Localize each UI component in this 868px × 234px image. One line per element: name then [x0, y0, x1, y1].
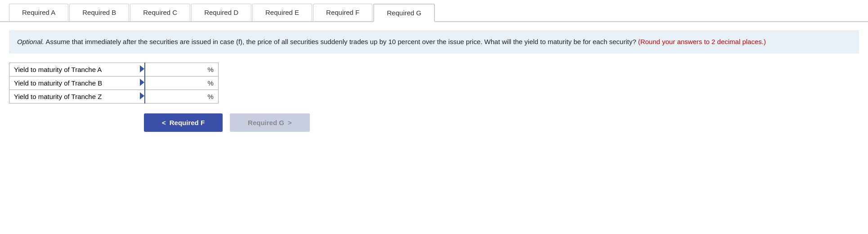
arrow-cell-1 — [140, 76, 145, 90]
tab-req-a[interactable]: Required A — [9, 4, 68, 21]
prev-chevron-icon: < — [162, 119, 166, 126]
arrow-icon-0 — [140, 65, 144, 72]
table-row: Yield to maturity of Tranche A% — [9, 63, 219, 76]
tab-req-b[interactable]: Required B — [69, 4, 129, 21]
instruction-main: Assume that immediately after the securi… — [44, 38, 636, 45]
input-field-2[interactable] — [145, 90, 203, 103]
next-button-label: Required G — [248, 119, 284, 126]
tab-req-g[interactable]: Required G — [373, 4, 435, 22]
prev-button-label: Required F — [170, 119, 205, 126]
tab-req-d[interactable]: Required D — [191, 4, 251, 21]
percent-label-0: % — [203, 63, 219, 76]
tab-req-e[interactable]: Required E — [252, 4, 312, 21]
tabs-row: Required ARequired BRequired CRequired D… — [0, 0, 868, 22]
tab-req-c[interactable]: Required C — [130, 4, 190, 21]
instruction-box: Optional. Assume that immediately after … — [9, 30, 859, 54]
optional-label: Optional. — [17, 38, 44, 45]
next-button[interactable]: Required G > — [230, 113, 310, 132]
row-label-0: Yield to maturity of Tranche A — [9, 63, 140, 76]
percent-label-1: % — [203, 76, 219, 90]
input-field-0[interactable] — [145, 63, 203, 76]
table-row: Yield to maturity of Tranche B% — [9, 76, 219, 90]
arrow-icon-2 — [140, 92, 144, 99]
input-table: Yield to maturity of Tranche A%Yield to … — [9, 63, 219, 104]
row-label-1: Yield to maturity of Tranche B — [9, 76, 140, 90]
arrow-icon-1 — [140, 79, 144, 86]
percent-label-2: % — [203, 90, 219, 104]
input-field-1[interactable] — [145, 76, 203, 90]
tab-req-f[interactable]: Required F — [313, 4, 372, 21]
table-row: Yield to maturity of Tranche Z% — [9, 90, 219, 104]
input-cell-2[interactable] — [145, 90, 203, 104]
arrow-cell-0 — [140, 63, 145, 76]
row-label-2: Yield to maturity of Tranche Z — [9, 90, 140, 104]
next-chevron-icon: > — [288, 119, 292, 126]
buttons-row: < Required F Required G > — [144, 113, 859, 132]
prev-button[interactable]: < Required F — [144, 113, 223, 132]
arrow-cell-2 — [140, 90, 145, 104]
input-cell-1[interactable] — [145, 76, 203, 90]
instruction-red: (Round your answers to 2 decimal places.… — [636, 38, 766, 45]
input-cell-0[interactable] — [145, 63, 203, 76]
